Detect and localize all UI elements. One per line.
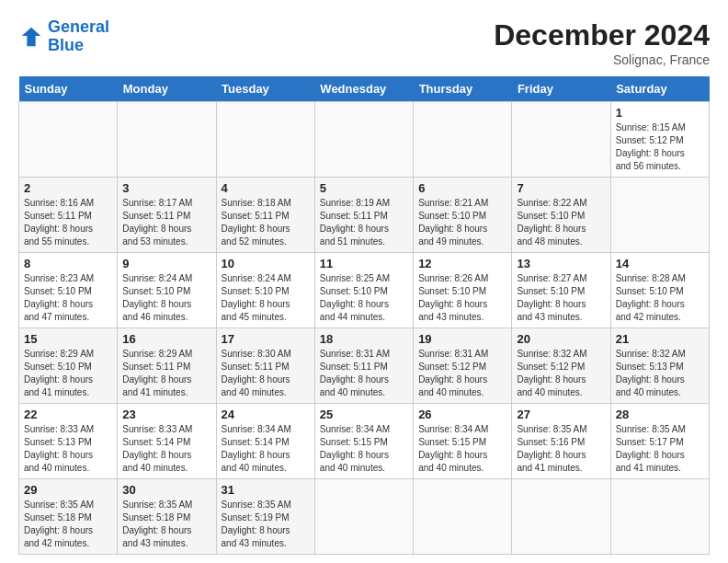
calendar-week-row: 29Sunrise: 8:35 AMSunset: 5:18 PMDayligh… (19, 479, 710, 555)
day-info: Sunrise: 8:19 AMSunset: 5:11 PMDaylight:… (320, 197, 408, 248)
calendar-cell (216, 102, 314, 178)
logo-text: General Blue (48, 18, 109, 55)
calendar-cell: 15Sunrise: 8:29 AMSunset: 5:10 PMDayligh… (19, 328, 118, 404)
weekday-header-friday: Friday (512, 76, 610, 102)
day-info: Sunrise: 8:28 AMSunset: 5:10 PMDaylight:… (616, 272, 704, 324)
calendar-cell: 8Sunrise: 8:23 AMSunset: 5:10 PMDaylight… (19, 253, 118, 328)
calendar-cell: 9Sunrise: 8:24 AMSunset: 5:10 PMDaylight… (118, 253, 216, 328)
calendar-cell: 25Sunrise: 8:34 AMSunset: 5:15 PMDayligh… (314, 404, 413, 479)
day-number: 5 (320, 181, 408, 195)
day-info: Sunrise: 8:33 AMSunset: 5:13 PMDaylight:… (24, 423, 112, 475)
day-number: 29 (24, 483, 112, 497)
calendar-cell: 22Sunrise: 8:33 AMSunset: 5:13 PMDayligh… (19, 404, 118, 479)
day-number: 11 (320, 257, 408, 270)
calendar-cell: 7Sunrise: 8:22 AMSunset: 5:10 PMDaylight… (512, 178, 610, 253)
day-info: Sunrise: 8:15 AMSunset: 5:12 PMDaylight:… (616, 121, 704, 173)
day-info: Sunrise: 8:34 AMSunset: 5:15 PMDaylight:… (418, 423, 506, 475)
day-number: 4 (222, 181, 310, 195)
day-info: Sunrise: 8:17 AMSunset: 5:11 PMDaylight:… (122, 197, 210, 248)
day-info: Sunrise: 8:33 AMSunset: 5:14 PMDaylight:… (122, 423, 210, 475)
logo: General Blue (18, 18, 109, 55)
calendar-cell (414, 102, 512, 178)
day-number: 12 (418, 257, 506, 270)
day-number: 28 (616, 408, 704, 421)
weekday-header-monday: Monday (118, 76, 216, 102)
calendar-cell: 16Sunrise: 8:29 AMSunset: 5:11 PMDayligh… (118, 328, 216, 404)
day-number: 13 (517, 257, 605, 270)
calendar-cell (314, 479, 413, 555)
calendar-cell: 30Sunrise: 8:35 AMSunset: 5:18 PMDayligh… (118, 479, 216, 555)
calendar-cell: 2Sunrise: 8:16 AMSunset: 5:11 PMDaylight… (19, 178, 118, 253)
day-info: Sunrise: 8:23 AMSunset: 5:10 PMDaylight:… (24, 272, 112, 324)
calendar-cell: 29Sunrise: 8:35 AMSunset: 5:18 PMDayligh… (19, 479, 118, 555)
day-info: Sunrise: 8:21 AMSunset: 5:10 PMDaylight:… (418, 197, 506, 248)
calendar-cell (512, 479, 610, 555)
day-number: 2 (24, 181, 112, 195)
calendar-cell (118, 102, 216, 178)
day-number: 24 (222, 408, 310, 421)
calendar-week-row: 22Sunrise: 8:33 AMSunset: 5:13 PMDayligh… (19, 404, 710, 479)
day-info: Sunrise: 8:27 AMSunset: 5:10 PMDaylight:… (517, 272, 605, 324)
day-number: 26 (418, 408, 506, 421)
calendar-cell: 3Sunrise: 8:17 AMSunset: 5:11 PMDaylight… (118, 178, 216, 253)
calendar-cell (414, 479, 512, 555)
calendar-cell: 6Sunrise: 8:21 AMSunset: 5:10 PMDaylight… (414, 178, 512, 253)
day-info: Sunrise: 8:35 AMSunset: 5:18 PMDaylight:… (24, 499, 112, 550)
weekday-header-saturday: Saturday (610, 76, 709, 102)
day-info: Sunrise: 8:26 AMSunset: 5:10 PMDaylight:… (418, 272, 506, 324)
weekday-header-tuesday: Tuesday (216, 76, 314, 102)
day-number: 19 (418, 332, 506, 346)
day-info: Sunrise: 8:35 AMSunset: 5:18 PMDaylight:… (122, 499, 210, 550)
day-number: 16 (122, 332, 210, 346)
calendar-week-row: 8Sunrise: 8:23 AMSunset: 5:10 PMDaylight… (19, 253, 710, 328)
weekday-header-sunday: Sunday (19, 76, 118, 102)
day-number: 30 (122, 483, 210, 497)
day-info: Sunrise: 8:32 AMSunset: 5:13 PMDaylight:… (616, 348, 704, 399)
calendar-cell: 24Sunrise: 8:34 AMSunset: 5:14 PMDayligh… (216, 404, 314, 479)
day-info: Sunrise: 8:34 AMSunset: 5:14 PMDaylight:… (222, 423, 310, 475)
day-info: Sunrise: 8:31 AMSunset: 5:11 PMDaylight:… (320, 348, 408, 399)
calendar-cell: 14Sunrise: 8:28 AMSunset: 5:10 PMDayligh… (610, 253, 709, 328)
calendar-cell: 26Sunrise: 8:34 AMSunset: 5:15 PMDayligh… (414, 404, 512, 479)
day-number: 21 (616, 332, 704, 346)
calendar-cell: 27Sunrise: 8:35 AMSunset: 5:16 PMDayligh… (512, 404, 610, 479)
day-number: 8 (24, 257, 112, 270)
calendar-cell (19, 102, 118, 178)
day-number: 6 (418, 181, 506, 195)
day-info: Sunrise: 8:35 AMSunset: 5:16 PMDaylight:… (517, 423, 605, 475)
weekday-header-row: SundayMondayTuesdayWednesdayThursdayFrid… (19, 76, 710, 102)
day-info: Sunrise: 8:22 AMSunset: 5:10 PMDaylight:… (517, 197, 605, 248)
calendar-week-row: 15Sunrise: 8:29 AMSunset: 5:10 PMDayligh… (19, 328, 710, 404)
day-info: Sunrise: 8:35 AMSunset: 5:19 PMDaylight:… (222, 499, 310, 550)
day-info: Sunrise: 8:18 AMSunset: 5:11 PMDaylight:… (222, 197, 310, 248)
calendar-cell (610, 479, 709, 555)
calendar-cell: 17Sunrise: 8:30 AMSunset: 5:11 PMDayligh… (216, 328, 314, 404)
calendar-cell (512, 102, 610, 178)
calendar-cell: 12Sunrise: 8:26 AMSunset: 5:10 PMDayligh… (414, 253, 512, 328)
page-header: General Blue December 2024 Solignac, Fra… (18, 18, 710, 67)
month-title: December 2024 (494, 18, 710, 52)
day-info: Sunrise: 8:29 AMSunset: 5:10 PMDaylight:… (24, 348, 112, 399)
calendar-week-row: 2Sunrise: 8:16 AMSunset: 5:11 PMDaylight… (19, 178, 710, 253)
calendar-cell: 11Sunrise: 8:25 AMSunset: 5:10 PMDayligh… (314, 253, 413, 328)
day-number: 3 (122, 181, 210, 195)
day-info: Sunrise: 8:34 AMSunset: 5:15 PMDaylight:… (320, 423, 408, 475)
day-info: Sunrise: 8:32 AMSunset: 5:12 PMDaylight:… (517, 348, 605, 399)
day-number: 27 (517, 408, 605, 421)
calendar-cell: 18Sunrise: 8:31 AMSunset: 5:11 PMDayligh… (314, 328, 413, 404)
logo-icon (18, 24, 44, 50)
day-info: Sunrise: 8:25 AMSunset: 5:10 PMDaylight:… (320, 272, 408, 324)
location: Solignac, France (494, 52, 710, 67)
day-number: 9 (122, 257, 210, 270)
day-number: 1 (616, 106, 704, 120)
day-number: 18 (320, 332, 408, 346)
weekday-header-wednesday: Wednesday (314, 76, 413, 102)
calendar-week-row: 1Sunrise: 8:15 AMSunset: 5:12 PMDaylight… (19, 102, 710, 178)
day-number: 20 (517, 332, 605, 346)
calendar-cell: 23Sunrise: 8:33 AMSunset: 5:14 PMDayligh… (118, 404, 216, 479)
day-info: Sunrise: 8:35 AMSunset: 5:17 PMDaylight:… (616, 423, 704, 475)
day-number: 14 (616, 257, 704, 270)
day-number: 15 (24, 332, 112, 346)
calendar-cell: 1Sunrise: 8:15 AMSunset: 5:12 PMDaylight… (610, 102, 709, 178)
calendar-cell: 10Sunrise: 8:24 AMSunset: 5:10 PMDayligh… (216, 253, 314, 328)
